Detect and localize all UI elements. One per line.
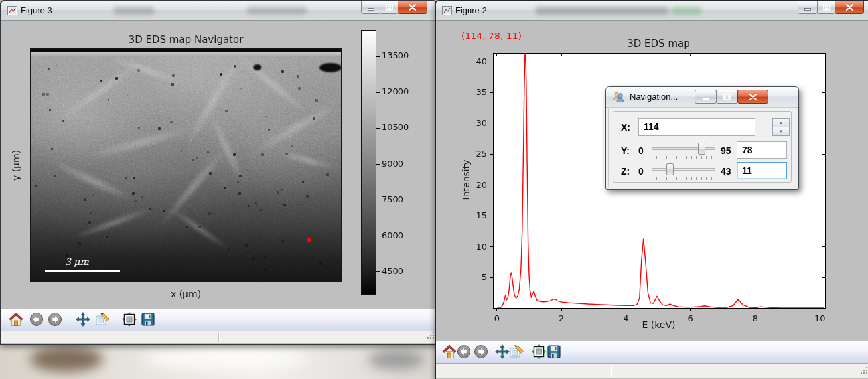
x-value-input[interactable]: 114 (638, 118, 755, 136)
colorbar-tick (376, 92, 380, 93)
toolbar-configure-subplots-button[interactable] (531, 344, 547, 360)
toolbar-zoom-rect-button[interactable] (95, 312, 111, 328)
close-icon (409, 1, 416, 13)
toolbar-pan-button[interactable] (494, 344, 510, 360)
z-value-input[interactable]: 11 (737, 162, 787, 179)
speckle (88, 221, 91, 224)
z-slider[interactable] (652, 163, 715, 176)
toolbar-save-button[interactable] (140, 312, 156, 328)
x-tick (755, 308, 755, 311)
toolbar-home-button[interactable] (8, 312, 24, 328)
toolbar-back-button[interactable] (29, 312, 44, 328)
y-tick-right (822, 185, 825, 185)
speckle (225, 110, 228, 112)
toolbar-pan-button[interactable] (75, 312, 91, 328)
maximize-button[interactable] (380, 1, 398, 14)
spin-down-button[interactable]: ▼ (772, 127, 790, 136)
y-tick-label: 35 (463, 87, 487, 97)
y-min-label: 0 (638, 145, 644, 156)
desktop-blur-blob (368, 350, 425, 369)
z-slider-track[interactable] (652, 168, 715, 171)
speckle (220, 73, 222, 76)
toolbar-home-button[interactable] (441, 344, 457, 360)
y-tick-label: 10 (463, 242, 487, 252)
y-value-input[interactable]: 78 (737, 141, 787, 159)
x-tick (690, 308, 691, 311)
close-button[interactable] (398, 1, 427, 14)
minimize-icon (703, 91, 709, 103)
y-slider[interactable] (652, 142, 715, 155)
speckle (237, 181, 239, 183)
spin-up-button[interactable]: ▲ (772, 118, 790, 127)
speckle (315, 99, 318, 102)
speckle (297, 75, 299, 78)
speckle (281, 70, 284, 73)
back-icon (29, 312, 44, 327)
statusbar-divider (218, 333, 219, 342)
y-tick (490, 216, 493, 216)
maximize-button[interactable] (817, 1, 835, 14)
maximize-icon (723, 91, 731, 103)
back-icon (457, 344, 471, 359)
maximize-icon (823, 1, 830, 13)
toolbar-configure-subplots-button[interactable] (121, 312, 137, 328)
speckle (137, 69, 140, 72)
figure-window-icon (442, 6, 452, 18)
speckle (106, 236, 108, 238)
speckle (239, 175, 242, 177)
z-label: Z: (621, 166, 630, 177)
toolbar-zoom-rect-button[interactable] (509, 344, 525, 360)
minimize-button[interactable] (798, 1, 818, 14)
speckle (285, 153, 288, 155)
navigator-image[interactable]: 3 μm (30, 48, 342, 282)
navigator-position-marker[interactable] (307, 238, 311, 242)
y-slider-handle[interactable] (698, 143, 705, 155)
colorbar-tick-label: 9000 (382, 159, 403, 169)
y-tick-label: 5 (463, 272, 487, 282)
x-tick-top (561, 54, 562, 56)
toolbar-save-button[interactable] (546, 344, 562, 360)
minimize-icon (368, 1, 374, 13)
navigation-dialog-titlebar[interactable]: Navigation... (606, 87, 798, 108)
toolbar-forward-button[interactable] (473, 344, 489, 360)
speckle (207, 151, 209, 153)
toolbar-back-button[interactable] (456, 344, 472, 360)
figure2-titlebar[interactable]: Figure 2 (436, 1, 868, 21)
navigation-dialog-title: Navigation... (630, 92, 678, 102)
minimize-button[interactable] (361, 1, 380, 14)
speckle (264, 256, 266, 258)
dialog-minimize-button[interactable] (695, 90, 717, 104)
spin-down-icon: ▼ (779, 129, 783, 133)
x-tick-top (820, 54, 820, 56)
y-max-label: 95 (721, 145, 731, 156)
close-button[interactable] (835, 1, 864, 14)
speckle (149, 208, 151, 210)
speckle (172, 74, 175, 77)
figure2-xlabel: E (keV) (493, 319, 824, 330)
dialog-close-button[interactable] (737, 90, 768, 104)
toolbar-forward-button[interactable] (47, 312, 63, 328)
configure-subplots-icon (532, 344, 546, 359)
resize-grip[interactable] (860, 365, 868, 377)
resize-grip[interactable] (427, 330, 435, 342)
speckle (48, 68, 50, 70)
x-label: X: (621, 122, 630, 133)
speckle (100, 80, 102, 82)
colorbar-tick-label: 13500 (382, 50, 409, 60)
dialog-maximize-button[interactable] (716, 90, 738, 104)
x-tick (496, 308, 497, 311)
speckle (186, 226, 188, 228)
colorbar-tick (376, 271, 380, 272)
figure3-window: Figure 3 3D EDS map Navigator (0, 0, 437, 345)
z-slider-handle[interactable] (666, 163, 674, 175)
desktop-blur-blob (30, 346, 103, 372)
speckle (298, 87, 301, 90)
speckle (163, 210, 165, 212)
figure3-titlebar[interactable]: Figure 3 (1, 1, 436, 21)
y-tick (490, 246, 493, 247)
x-tick (626, 308, 626, 311)
statusbar-divider (611, 365, 611, 377)
pan-icon (76, 312, 90, 327)
y-slider-track[interactable] (652, 147, 715, 150)
speckle (313, 117, 315, 120)
